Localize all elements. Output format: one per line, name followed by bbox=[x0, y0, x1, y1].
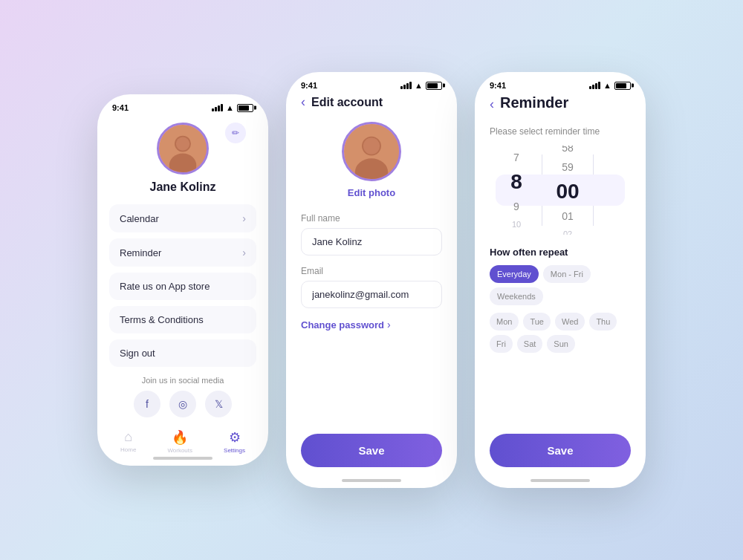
signal-icon-2 bbox=[400, 82, 412, 89]
edit-avatar-image bbox=[344, 124, 399, 179]
status-icons-2: ▲ bbox=[400, 81, 442, 90]
user-name: Jane Kolinz bbox=[150, 180, 216, 194]
menu-item-reminder[interactable]: Reminder › bbox=[109, 238, 256, 267]
settings-icon: ⚙ bbox=[229, 429, 241, 446]
pm-option-selected[interactable]: PM bbox=[604, 193, 619, 204]
status-icons-3: ▲ bbox=[589, 81, 631, 90]
battery-icon-3 bbox=[614, 82, 631, 90]
reminder-subtitle: Please select reminder time bbox=[490, 126, 631, 137]
nav-settings-label: Settings bbox=[224, 447, 245, 454]
status-time-1: 9:41 bbox=[112, 103, 129, 112]
repeat-weekends[interactable]: Weekends bbox=[490, 287, 543, 305]
home-indicator-2 bbox=[342, 479, 401, 482]
edit-account-title: Edit account bbox=[311, 96, 383, 109]
social-section: Join us in social media f ◎ 𝕏 bbox=[109, 376, 256, 417]
bottom-nav: ⌂ Home 🔥 Workouts ⚙ Settings bbox=[97, 429, 268, 454]
fullname-input[interactable] bbox=[301, 228, 442, 255]
signal-icon bbox=[212, 104, 223, 111]
reminder-content: ‹ Reminder Please select reminder time 6… bbox=[475, 94, 646, 353]
time-divider-1 bbox=[542, 154, 542, 226]
chevron-right-icon-2: › bbox=[242, 247, 246, 258]
nav-home-label: Home bbox=[120, 446, 136, 453]
day-wed[interactable]: Wed bbox=[555, 313, 585, 331]
wifi-icon-3: ▲ bbox=[603, 81, 611, 90]
hour-column[interactable]: 6 7 8 9 10 11 bbox=[494, 146, 539, 235]
email-group: Email bbox=[301, 266, 442, 308]
day-fri[interactable]: Fri bbox=[490, 335, 513, 353]
menu-calendar-label: Calendar bbox=[120, 213, 159, 224]
chevron-right-icon: › bbox=[242, 212, 246, 224]
repeat-everyday[interactable]: Everyday bbox=[490, 265, 539, 283]
profile-content: ✏ Jane Kolinz Calendar › Reminder › Rate… bbox=[97, 117, 268, 417]
back-button-2[interactable]: ‹ bbox=[301, 94, 305, 110]
repeat-title: How often repeat bbox=[490, 247, 631, 258]
time-picker-row: 6 7 8 9 10 11 57 58 59 00 01 02 03 bbox=[490, 146, 631, 235]
day-thu[interactable]: Thu bbox=[589, 313, 617, 331]
nav-home[interactable]: ⌂ Home bbox=[120, 429, 136, 454]
edit-avatar-button[interactable]: ✏ bbox=[225, 123, 246, 143]
hour-8-selected: 8 bbox=[510, 167, 522, 197]
menu-item-rate[interactable]: Rate us on App store bbox=[109, 273, 256, 300]
avatar-container: ✏ bbox=[157, 123, 209, 175]
day-sun[interactable]: Sun bbox=[547, 335, 575, 353]
svg-point-3 bbox=[176, 137, 189, 150]
time-divider-2 bbox=[593, 154, 594, 226]
status-bar-2: 9:41 ▲ bbox=[286, 72, 457, 94]
pencil-icon: ✏ bbox=[232, 128, 239, 138]
twitter-button[interactable]: 𝕏 bbox=[205, 391, 232, 417]
nav-workouts[interactable]: 🔥 Workouts bbox=[167, 429, 192, 454]
menu-signout-label: Sign out bbox=[120, 348, 155, 359]
menu-item-signout[interactable]: Sign out bbox=[109, 339, 256, 367]
day-options: Mon Tue Wed Thu Fri Sat Sun bbox=[490, 313, 631, 353]
email-label: Email bbox=[301, 266, 442, 276]
instagram-button[interactable]: ◎ bbox=[169, 391, 196, 417]
nav-workouts-label: Workouts bbox=[167, 447, 192, 454]
ampm-column[interactable]: AM PM bbox=[597, 146, 626, 235]
home-icon: ⌂ bbox=[124, 429, 132, 445]
am-option[interactable]: AM bbox=[605, 177, 618, 187]
social-icons-row: f ◎ 𝕏 bbox=[109, 391, 256, 417]
social-title: Join us in social media bbox=[109, 376, 256, 385]
repeat-mon-fri[interactable]: Mon - Fri bbox=[543, 265, 591, 283]
avatar bbox=[157, 123, 209, 175]
fullname-group: Full name bbox=[301, 213, 442, 255]
minute-00-selected: 00 bbox=[556, 177, 579, 206]
save-button-2[interactable]: Save bbox=[301, 434, 442, 467]
status-time-3: 9:41 bbox=[490, 81, 506, 90]
home-indicator-3 bbox=[531, 479, 590, 482]
home-indicator-1 bbox=[153, 457, 212, 460]
reminder-header: ‹ Reminder bbox=[490, 94, 631, 114]
save-button-3[interactable]: Save bbox=[490, 434, 631, 467]
hour-7: 7 bbox=[513, 148, 519, 167]
minute-01: 01 bbox=[562, 206, 574, 226]
status-time-2: 9:41 bbox=[301, 81, 317, 90]
facebook-button[interactable]: f bbox=[134, 391, 160, 417]
wifi-icon-2: ▲ bbox=[415, 81, 423, 90]
repeat-options: Everyday Mon - Fri Weekends bbox=[490, 265, 631, 305]
day-tue[interactable]: Tue bbox=[523, 313, 551, 331]
minute-59: 59 bbox=[562, 157, 574, 177]
day-sat[interactable]: Sat bbox=[517, 335, 543, 353]
wifi-icon: ▲ bbox=[226, 103, 234, 112]
email-input[interactable] bbox=[301, 281, 442, 308]
change-password-label: Change password bbox=[301, 319, 384, 331]
nav-settings[interactable]: ⚙ Settings bbox=[224, 429, 245, 454]
avatar-image bbox=[159, 125, 207, 172]
status-bar-3: 9:41 ▲ bbox=[475, 72, 646, 94]
menu-rate-label: Rate us on App store bbox=[120, 281, 210, 292]
back-button-3[interactable]: ‹ bbox=[490, 97, 494, 112]
fullname-label: Full name bbox=[301, 213, 442, 224]
minute-58: 58 bbox=[562, 146, 574, 157]
change-password-row[interactable]: Change password › bbox=[301, 319, 442, 331]
menu-item-terms[interactable]: Terms & Conditions bbox=[109, 306, 256, 333]
battery-icon bbox=[237, 104, 253, 112]
status-bar-1: 9:41 ▲ bbox=[97, 94, 268, 117]
hour-10: 10 bbox=[512, 216, 521, 232]
hour-11: 11 bbox=[512, 232, 521, 235]
edit-photo-label[interactable]: Edit photo bbox=[348, 187, 395, 198]
status-icons-1: ▲ bbox=[212, 103, 253, 112]
day-mon[interactable]: Mon bbox=[490, 313, 519, 331]
time-picker[interactable]: 6 7 8 9 10 11 57 58 59 00 01 02 03 bbox=[490, 146, 631, 235]
menu-item-calendar[interactable]: Calendar › bbox=[109, 204, 256, 232]
minute-column[interactable]: 57 58 59 00 01 02 03 bbox=[545, 146, 590, 235]
